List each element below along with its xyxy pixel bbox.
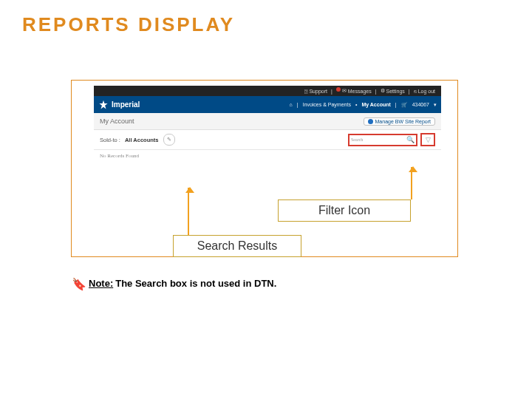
callout-search-results: Search Results	[173, 235, 301, 257]
nav-sep: •	[355, 102, 357, 107]
settings-label: Settings	[386, 89, 405, 94]
acct-number: 434067	[412, 102, 429, 107]
results-area: No Records Found	[94, 150, 441, 171]
soldto-filter: Sold-to : All Accounts ✎	[100, 134, 175, 146]
app-navbar: Imperial ⌂ | Invoices & Payments • My Ac…	[94, 96, 441, 113]
filter-button[interactable]: ▽	[420, 133, 435, 146]
search-placeholder: Search	[351, 137, 363, 142]
screenshot-frame: ⍰ Support | ✉ Messages | ⚙ Settings | ⎋ …	[71, 80, 458, 257]
subheader: My Account Manage BW Site Report	[94, 113, 441, 130]
manage-label: Manage BW Site Report	[375, 119, 431, 124]
page-title: REPORTS DISPLAY	[22, 13, 235, 36]
nav-myaccount[interactable]: My Account	[361, 102, 390, 107]
nav-right: ⌂ | Invoices & Payments • My Account | 🛒…	[290, 102, 437, 108]
callout-arrow-results	[188, 188, 189, 235]
messages-link[interactable]: ✉ Messages	[336, 88, 372, 94]
tag-icon: 🔖	[72, 277, 86, 291]
filter-row: Sold-to : All Accounts ✎ Search 🔍 ▽	[94, 130, 441, 150]
cart-icon[interactable]: 🛒	[401, 102, 408, 108]
app-screenshot: ⍰ Support | ✉ Messages | ⚙ Settings | ⎋ …	[94, 86, 441, 171]
funnel-icon: ▽	[426, 136, 431, 143]
chevron-down-icon[interactable]: ▾	[434, 102, 437, 108]
note-label: Note:	[89, 278, 113, 289]
topbar-sep: |	[331, 89, 332, 94]
callout-filter-icon: Filter Icon	[278, 200, 411, 222]
brand: Imperial	[98, 100, 140, 110]
notification-badge	[336, 87, 341, 92]
svg-marker-0	[99, 100, 107, 109]
soldto-label: Sold-to :	[100, 137, 120, 143]
pencil-icon: ✎	[167, 137, 171, 143]
home-icon[interactable]: ⌂	[290, 102, 293, 107]
soldto-value: All Accounts	[125, 137, 159, 143]
app-topbar: ⍰ Support | ✉ Messages | ⚙ Settings | ⎋ …	[94, 86, 441, 96]
support-link[interactable]: ⍰ Support	[304, 89, 327, 94]
edit-soldto-button[interactable]: ✎	[163, 134, 175, 146]
star-icon	[98, 100, 109, 110]
section-title: My Account	[100, 117, 134, 125]
note-text: The Search box is not used in DTN.	[115, 278, 276, 289]
nav-invoices[interactable]: Invoices & Payments	[303, 102, 351, 107]
note-line: 🔖 Note: The Search box is not used in DT…	[72, 276, 276, 290]
manage-site-report-button[interactable]: Manage BW Site Report	[364, 117, 435, 126]
logout-label: Log out	[418, 89, 435, 94]
search-and-filter: Search 🔍 ▽	[348, 133, 435, 146]
topbar-sep: |	[375, 89, 377, 94]
search-icon[interactable]: 🔍	[406, 136, 415, 143]
search-input[interactable]: Search 🔍	[348, 134, 417, 146]
nav-sep: |	[395, 102, 397, 107]
settings-link[interactable]: ⚙ Settings	[381, 88, 405, 94]
no-records-text: No Records Found	[100, 153, 139, 159]
support-label: Support	[309, 89, 327, 94]
nav-sep: |	[297, 102, 299, 107]
messages-label: Messages	[348, 89, 372, 94]
logout-link[interactable]: ⎋ Log out	[414, 89, 435, 94]
callout-arrow-filter	[411, 167, 412, 200]
info-dot-icon	[368, 119, 373, 124]
topbar-sep: |	[409, 89, 410, 94]
brand-name: Imperial	[112, 100, 140, 109]
